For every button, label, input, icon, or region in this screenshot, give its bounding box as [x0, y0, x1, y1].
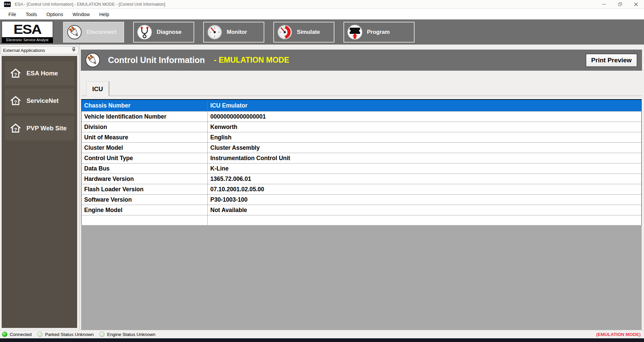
page-title: Control Unit Information — [108, 55, 205, 65]
svg-text:?: ? — [14, 72, 17, 77]
row-label: Engine Model — [82, 205, 208, 215]
sidebar-item-servicenet[interactable]: ? ServiceNet — [5, 89, 74, 113]
table-row[interactable]: Cluster Model Cluster Assembly — [82, 142, 641, 153]
menu-window[interactable]: Window — [68, 12, 95, 17]
row-label: Vehicle Identification Number — [82, 112, 208, 122]
row-value: 00000000000000001 — [208, 112, 641, 122]
control-unit-table: Chassis Number ICU Emulator Vehicle Iden… — [81, 99, 642, 225]
titlebar: ESA ESA - [Control Unit Information] - E… — [0, 0, 644, 9]
row-value: K-Line — [208, 163, 641, 174]
row-label: Software Version — [82, 195, 208, 205]
disconnect-button[interactable]: Disconnect — [63, 22, 124, 43]
minimize-icon — [602, 2, 606, 6]
row-label: Unit of Measure — [82, 132, 208, 142]
workspace: External Applications ? — [0, 45, 644, 330]
menu-file[interactable]: File — [4, 12, 21, 17]
row-value: 07.10.2001.02.05.00 — [208, 184, 641, 194]
sidebar-panel: ? ESA Home ? ServiceNet — [1, 56, 77, 328]
diagnose-label: Diagnose — [157, 29, 181, 35]
row-value: English — [208, 132, 641, 142]
connected-status-icon — [2, 332, 7, 337]
row-label: Hardware Version — [82, 174, 208, 184]
esa-logo-subtitle: Electronic Service Analyst — [2, 37, 53, 43]
external-applications-sidebar: External Applications ? — [0, 45, 80, 330]
restore-button[interactable] — [612, 0, 628, 8]
esa-logo-text: ESA — [2, 22, 53, 36]
row-label: Control Unit Type — [82, 153, 208, 163]
sidebar-item-esa-home[interactable]: ? ESA Home — [5, 61, 74, 85]
statusbar: Connected Parked Status Unknown Engine S… — [0, 330, 644, 338]
home-icon: ? — [10, 96, 21, 106]
close-button[interactable] — [628, 0, 644, 8]
main-content: Control Unit Information - EMULATION MOD… — [80, 45, 644, 330]
app-icon: ESA — [4, 2, 11, 7]
menu-options[interactable]: Options — [42, 12, 68, 17]
table-row[interactable]: Vehicle Identification Number 0000000000… — [82, 111, 641, 122]
parked-status-icon — [37, 332, 43, 337]
table-header-label: Chassis Number — [82, 100, 208, 111]
row-value — [208, 215, 641, 225]
table-row-empty[interactable] — [82, 215, 641, 225]
status-engine: Engine Status Unknown — [99, 332, 155, 337]
table-row[interactable]: Data Bus K-Line — [82, 163, 641, 174]
status-label: Engine Status Unknown — [107, 332, 155, 337]
app-window: ESA ESA - [Control Unit Information] - E… — [0, 0, 644, 342]
table-header-row[interactable]: Chassis Number ICU Emulator — [82, 100, 641, 111]
disconnect-label: Disconnect — [87, 29, 116, 35]
taskbar-edge — [0, 338, 644, 342]
close-icon — [634, 2, 638, 6]
plug-icon — [85, 53, 100, 68]
table-row[interactable]: Unit of Measure English — [82, 132, 641, 142]
sidebar-header-label: External Applications — [3, 48, 45, 53]
sidebar-item-label: PVP Web Site — [26, 125, 67, 132]
table-row[interactable]: Hardware Version 1365.72.006.01 — [82, 174, 641, 184]
restore-icon — [618, 2, 622, 6]
status-label: Connected — [10, 332, 32, 337]
row-label: Cluster Model — [82, 143, 208, 153]
tabstrip: ICU — [81, 71, 642, 96]
diagnose-button[interactable]: Diagnose — [133, 22, 194, 43]
stethoscope-icon — [137, 24, 152, 40]
window-controls — [596, 0, 644, 8]
row-value: Instrumentation Control Unit — [208, 153, 641, 163]
status-label: Parked Status Unknown — [45, 332, 94, 337]
sidebar-item-pvp-web-site[interactable]: ? PVP Web Site — [5, 116, 74, 140]
table-row[interactable]: Division Kenworth — [82, 122, 641, 132]
row-label: Data Bus — [82, 163, 208, 174]
status-parked: Parked Status Unknown — [37, 332, 94, 337]
minimize-button[interactable] — [596, 0, 612, 8]
row-label: Division — [82, 122, 208, 132]
table-row[interactable]: Control Unit Type Instrumentation Contro… — [82, 153, 641, 163]
row-value: Kenworth — [208, 122, 641, 132]
gauge-simulate-icon — [277, 24, 292, 40]
row-value: Cluster Assembly — [208, 143, 641, 153]
gauge-icon — [207, 24, 222, 40]
menu-help[interactable]: Help — [95, 12, 114, 17]
monitor-label: Monitor — [227, 29, 247, 35]
table-row[interactable]: Engine Model Not Available — [82, 205, 641, 215]
table-row[interactable]: Software Version P30-1003-100 — [82, 194, 641, 205]
row-value: P30-1003-100 — [208, 195, 641, 205]
main-toolbar: ESA Electronic Service Analyst Disconnec… — [0, 19, 644, 45]
monitor-button[interactable]: Monitor — [203, 22, 264, 43]
sidebar-header: External Applications — [1, 46, 78, 54]
home-icon: ? — [10, 123, 21, 133]
engine-status-icon — [99, 332, 105, 337]
esa-logo: ESA Electronic Service Analyst — [2, 21, 53, 43]
program-chip-icon — [347, 24, 363, 40]
svg-text:?: ? — [14, 99, 17, 105]
print-preview-button[interactable]: Print Preview — [586, 54, 637, 67]
home-icon: ? — [10, 68, 21, 78]
menu-tools[interactable]: Tools — [21, 12, 42, 17]
tab-icu[interactable]: ICU — [86, 81, 109, 96]
simulate-button[interactable]: Simulate — [273, 22, 334, 43]
svg-text:?: ? — [14, 127, 17, 132]
program-label: Program — [367, 29, 390, 35]
row-value: 1365.72.006.01 — [208, 174, 641, 184]
pin-icon[interactable] — [72, 47, 76, 53]
table-row[interactable]: Flash Loader Version 07.10.2001.02.05.00 — [82, 184, 641, 194]
emulation-mode-note: (EMULATION MODE) — [596, 332, 641, 337]
sidebar-item-label: ESA Home — [26, 70, 58, 77]
row-value: Not Available — [208, 205, 641, 215]
program-button[interactable]: Program — [343, 22, 415, 43]
